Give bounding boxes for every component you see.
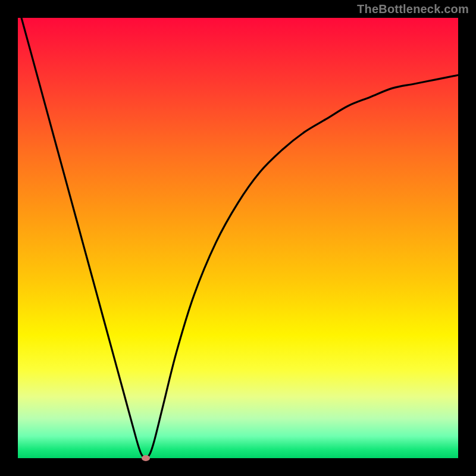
curve-svg	[18, 18, 458, 458]
optimum-marker	[142, 455, 150, 461]
bottleneck-curve	[18, 5, 458, 458]
plot-area	[18, 18, 458, 458]
chart-frame: TheBottleneck.com	[0, 0, 476, 476]
watermark-text: TheBottleneck.com	[357, 2, 469, 16]
